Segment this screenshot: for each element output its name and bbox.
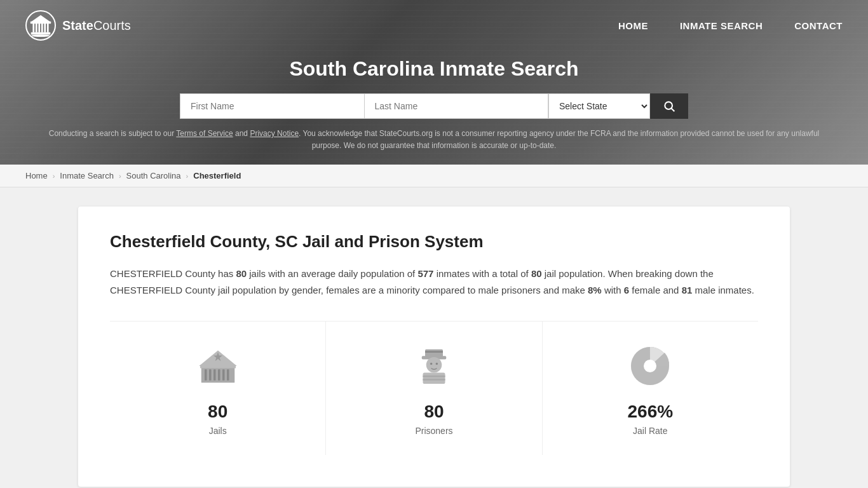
svg-rect-6 xyxy=(44,23,46,32)
breadcrumb-sep-2: › xyxy=(119,172,121,180)
stat-jail-rate: 266% Jail Rate xyxy=(543,322,758,455)
page-title: South Carolina Inmate Search xyxy=(0,57,868,81)
svg-rect-30 xyxy=(423,376,445,377)
svg-rect-25 xyxy=(425,351,443,353)
stats-row: 80 Jails xyxy=(110,321,758,455)
svg-rect-14 xyxy=(205,370,207,381)
main-content: Chesterfield County, SC Jail and Prison … xyxy=(65,207,803,487)
nav-home[interactable]: HOME xyxy=(618,20,648,31)
svg-point-33 xyxy=(644,360,656,372)
svg-point-11 xyxy=(665,102,672,109)
svg-rect-18 xyxy=(222,370,225,381)
content-description: CHESTERFIELD County has 80 jails with an… xyxy=(110,266,758,298)
breadcrumb-sep-1: › xyxy=(53,172,55,180)
svg-rect-1 xyxy=(31,32,51,35)
svg-rect-31 xyxy=(423,379,445,381)
prisoners-number: 80 xyxy=(424,402,444,422)
jail-icon xyxy=(193,341,243,391)
svg-rect-17 xyxy=(218,370,220,381)
breadcrumb-home[interactable]: Home xyxy=(25,171,48,180)
stat-prisoners: 80 Prisoners xyxy=(326,322,542,455)
svg-rect-4 xyxy=(38,23,40,32)
svg-point-10 xyxy=(39,17,42,20)
svg-point-27 xyxy=(430,363,433,365)
stat-jails: 80 Jails xyxy=(110,322,326,455)
search-form: Select State South Carolina xyxy=(180,93,688,119)
svg-rect-29 xyxy=(423,373,445,384)
disclaimer-text: Conducting a search is subject to our Te… xyxy=(0,128,868,152)
jail-rate-number: 266% xyxy=(628,402,674,422)
jails-number: 80 xyxy=(208,402,227,422)
svg-rect-3 xyxy=(36,23,37,32)
content-card: Chesterfield County, SC Jail and Prison … xyxy=(78,207,790,487)
prisoner-icon xyxy=(409,341,459,391)
logo-text: StateCourts xyxy=(62,18,131,33)
svg-rect-7 xyxy=(47,23,49,32)
search-icon xyxy=(663,100,675,112)
rate-icon xyxy=(625,341,675,391)
breadcrumb-state[interactable]: South Carolina xyxy=(126,171,181,180)
last-name-input[interactable] xyxy=(364,93,549,119)
prisoners-label: Prisoners xyxy=(415,426,452,436)
svg-rect-16 xyxy=(214,370,216,381)
svg-rect-24 xyxy=(425,349,443,357)
breadcrumb-sep-3: › xyxy=(186,172,189,180)
breadcrumb: Home › Inmate Search › South Carolina › … xyxy=(0,165,868,187)
first-name-input[interactable] xyxy=(180,93,364,119)
content-title: Chesterfield County, SC Jail and Prison … xyxy=(110,232,758,252)
breadcrumb-inmate-search[interactable]: Inmate Search xyxy=(60,171,114,180)
nav-links: HOME INMATE SEARCH CONTACT xyxy=(618,20,843,31)
svg-point-28 xyxy=(436,363,438,365)
jails-label: Jails xyxy=(209,426,227,436)
search-button[interactable] xyxy=(650,93,688,119)
terms-link[interactable]: Terms of Service xyxy=(176,129,233,138)
logo[interactable]: StateCourts xyxy=(25,10,131,41)
logo-icon xyxy=(25,10,56,41)
privacy-link[interactable]: Privacy Notice xyxy=(250,129,299,138)
state-select[interactable]: Select State South Carolina xyxy=(548,93,650,119)
nav-inmate-search[interactable]: INMATE SEARCH xyxy=(680,20,763,31)
svg-rect-15 xyxy=(209,370,212,381)
svg-rect-19 xyxy=(227,370,229,381)
breadcrumb-current: Chesterfield xyxy=(193,171,241,180)
svg-rect-5 xyxy=(41,23,43,32)
svg-rect-2 xyxy=(32,23,34,32)
jail-rate-label: Jail Rate xyxy=(633,426,667,436)
nav-contact[interactable]: CONTACT xyxy=(794,20,843,31)
svg-point-0 xyxy=(32,34,50,37)
svg-point-26 xyxy=(426,357,442,373)
navigation: StateCourts HOME INMATE SEARCH CONTACT xyxy=(0,0,868,51)
svg-line-12 xyxy=(672,109,675,112)
